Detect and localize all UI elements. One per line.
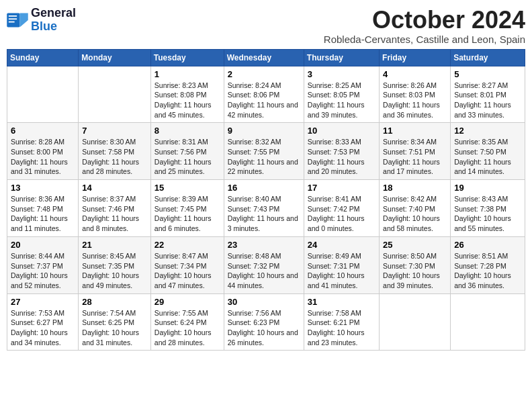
month-title: October 2024 <box>324 7 525 34</box>
calendar-cell: 2Sunrise: 8:24 AM Sunset: 8:06 PM Daylig… <box>224 66 304 123</box>
day-number: 10 <box>308 126 375 136</box>
day-detail: Sunrise: 7:55 AM Sunset: 6:24 PM Dayligh… <box>154 308 220 348</box>
calendar-cell: 3Sunrise: 8:25 AM Sunset: 8:05 PM Daylig… <box>304 66 379 123</box>
title-block: October 2024 Robleda-Cervantes, Castille… <box>324 7 525 45</box>
calendar-cell: 17Sunrise: 8:41 AM Sunset: 7:42 PM Dayli… <box>304 180 379 237</box>
weekday-header-monday: Monday <box>79 49 150 66</box>
logo-icon <box>7 11 28 30</box>
day-number: 23 <box>228 240 300 250</box>
day-detail: Sunrise: 8:44 AM Sunset: 7:37 PM Dayligh… <box>11 251 75 291</box>
day-number: 24 <box>308 240 375 250</box>
day-detail: Sunrise: 7:56 AM Sunset: 6:23 PM Dayligh… <box>228 308 300 348</box>
calendar-cell <box>380 293 451 351</box>
calendar-cell <box>451 293 525 351</box>
day-detail: Sunrise: 8:25 AM Sunset: 8:05 PM Dayligh… <box>308 81 375 120</box>
calendar-cell: 23Sunrise: 8:48 AM Sunset: 7:32 PM Dayli… <box>224 236 304 293</box>
calendar-table: SundayMondayTuesdayWednesdayThursdayFrid… <box>7 49 525 351</box>
svg-rect-4 <box>9 21 15 23</box>
calendar-cell: 9Sunrise: 8:32 AM Sunset: 7:55 PM Daylig… <box>224 123 304 180</box>
day-number: 19 <box>454 183 521 193</box>
calendar-cell: 12Sunrise: 8:35 AM Sunset: 7:50 PM Dayli… <box>451 123 525 180</box>
day-number: 25 <box>383 240 447 250</box>
day-number: 28 <box>82 297 146 307</box>
day-detail: Sunrise: 8:26 AM Sunset: 8:03 PM Dayligh… <box>383 81 447 120</box>
day-detail: Sunrise: 8:34 AM Sunset: 7:51 PM Dayligh… <box>383 137 447 177</box>
svg-marker-1 <box>20 13 28 27</box>
calendar-cell: 20Sunrise: 8:44 AM Sunset: 7:37 PM Dayli… <box>7 236 79 293</box>
day-number: 20 <box>11 240 75 250</box>
day-number: 14 <box>82 183 146 193</box>
day-detail: Sunrise: 7:54 AM Sunset: 6:25 PM Dayligh… <box>82 308 146 348</box>
weekday-header-sunday: Sunday <box>7 49 79 66</box>
day-number: 1 <box>154 69 220 79</box>
day-number: 30 <box>228 297 300 307</box>
day-detail: Sunrise: 8:51 AM Sunset: 7:28 PM Dayligh… <box>454 251 521 291</box>
day-detail: Sunrise: 8:23 AM Sunset: 8:08 PM Dayligh… <box>154 81 220 120</box>
day-number: 31 <box>308 297 375 307</box>
day-detail: Sunrise: 8:49 AM Sunset: 7:31 PM Dayligh… <box>308 251 375 291</box>
day-detail: Sunrise: 8:50 AM Sunset: 7:30 PM Dayligh… <box>383 251 447 291</box>
calendar-cell: 27Sunrise: 7:53 AM Sunset: 6:27 PM Dayli… <box>7 293 79 351</box>
calendar-cell <box>7 66 79 123</box>
calendar-cell: 14Sunrise: 8:37 AM Sunset: 7:46 PM Dayli… <box>79 180 150 237</box>
day-detail: Sunrise: 8:35 AM Sunset: 7:50 PM Dayligh… <box>454 137 521 177</box>
calendar-cell: 7Sunrise: 8:30 AM Sunset: 7:58 PM Daylig… <box>79 123 150 180</box>
day-number: 13 <box>11 183 75 193</box>
day-number: 5 <box>454 69 521 79</box>
svg-rect-0 <box>7 13 19 27</box>
calendar-cell: 25Sunrise: 8:50 AM Sunset: 7:30 PM Dayli… <box>380 236 451 293</box>
day-number: 18 <box>383 183 447 193</box>
calendar-cell: 19Sunrise: 8:43 AM Sunset: 7:38 PM Dayli… <box>451 180 525 237</box>
calendar-cell: 29Sunrise: 7:55 AM Sunset: 6:24 PM Dayli… <box>150 293 224 351</box>
day-detail: Sunrise: 8:39 AM Sunset: 7:45 PM Dayligh… <box>154 194 220 234</box>
calendar-cell: 16Sunrise: 8:40 AM Sunset: 7:43 PM Dayli… <box>224 180 304 237</box>
day-detail: Sunrise: 8:31 AM Sunset: 7:56 PM Dayligh… <box>154 137 220 177</box>
logo-line2: Blue <box>31 20 76 34</box>
calendar-cell: 21Sunrise: 8:45 AM Sunset: 7:35 PM Dayli… <box>79 236 150 293</box>
day-detail: Sunrise: 8:28 AM Sunset: 8:00 PM Dayligh… <box>11 137 75 177</box>
day-detail: Sunrise: 8:36 AM Sunset: 7:48 PM Dayligh… <box>11 194 75 234</box>
day-detail: Sunrise: 8:42 AM Sunset: 7:40 PM Dayligh… <box>383 194 447 234</box>
day-number: 17 <box>308 183 375 193</box>
svg-rect-2 <box>9 15 17 17</box>
calendar-cell: 5Sunrise: 8:27 AM Sunset: 8:01 PM Daylig… <box>451 66 525 123</box>
svg-rect-3 <box>9 18 17 19</box>
calendar-cell: 4Sunrise: 8:26 AM Sunset: 8:03 PM Daylig… <box>380 66 451 123</box>
weekday-header-friday: Friday <box>380 49 451 66</box>
day-detail: Sunrise: 8:33 AM Sunset: 7:53 PM Dayligh… <box>308 137 375 177</box>
day-detail: Sunrise: 8:45 AM Sunset: 7:35 PM Dayligh… <box>82 251 146 291</box>
day-number: 29 <box>154 297 220 307</box>
day-number: 11 <box>383 126 447 136</box>
calendar-cell: 30Sunrise: 7:56 AM Sunset: 6:23 PM Dayli… <box>224 293 304 351</box>
calendar-header: SundayMondayTuesdayWednesdayThursdayFrid… <box>7 49 525 66</box>
day-detail: Sunrise: 8:27 AM Sunset: 8:01 PM Dayligh… <box>454 81 521 120</box>
day-detail: Sunrise: 8:30 AM Sunset: 7:58 PM Dayligh… <box>82 137 146 177</box>
day-number: 6 <box>11 126 75 136</box>
calendar-cell: 8Sunrise: 8:31 AM Sunset: 7:56 PM Daylig… <box>150 123 224 180</box>
calendar-cell: 22Sunrise: 8:47 AM Sunset: 7:34 PM Dayli… <box>150 236 224 293</box>
calendar-cell: 24Sunrise: 8:49 AM Sunset: 7:31 PM Dayli… <box>304 236 379 293</box>
calendar-cell: 10Sunrise: 8:33 AM Sunset: 7:53 PM Dayli… <box>304 123 379 180</box>
day-detail: Sunrise: 8:37 AM Sunset: 7:46 PM Dayligh… <box>82 194 146 234</box>
day-number: 21 <box>82 240 146 250</box>
day-number: 3 <box>308 69 375 79</box>
weekday-header-saturday: Saturday <box>451 49 525 66</box>
calendar-cell: 6Sunrise: 8:28 AM Sunset: 8:00 PM Daylig… <box>7 123 79 180</box>
day-detail: Sunrise: 8:43 AM Sunset: 7:38 PM Dayligh… <box>454 194 521 234</box>
calendar-cell: 15Sunrise: 8:39 AM Sunset: 7:45 PM Dayli… <box>150 180 224 237</box>
calendar-cell: 31Sunrise: 7:58 AM Sunset: 6:21 PM Dayli… <box>304 293 379 351</box>
day-detail: Sunrise: 8:41 AM Sunset: 7:42 PM Dayligh… <box>308 194 375 234</box>
day-number: 27 <box>11 297 75 307</box>
day-number: 2 <box>228 69 300 79</box>
day-number: 12 <box>454 126 521 136</box>
page-header: General Blue October 2024 Robleda-Cervan… <box>7 7 525 45</box>
location-subtitle: Robleda-Cervantes, Castille and Leon, Sp… <box>324 34 525 45</box>
day-number: 26 <box>454 240 521 250</box>
day-number: 4 <box>383 69 447 79</box>
calendar-cell: 13Sunrise: 8:36 AM Sunset: 7:48 PM Dayli… <box>7 180 79 237</box>
weekday-header-thursday: Thursday <box>304 49 379 66</box>
day-detail: Sunrise: 7:58 AM Sunset: 6:21 PM Dayligh… <box>308 308 375 348</box>
day-detail: Sunrise: 7:53 AM Sunset: 6:27 PM Dayligh… <box>11 308 75 348</box>
calendar-cell: 18Sunrise: 8:42 AM Sunset: 7:40 PM Dayli… <box>380 180 451 237</box>
day-detail: Sunrise: 8:32 AM Sunset: 7:55 PM Dayligh… <box>228 137 300 177</box>
